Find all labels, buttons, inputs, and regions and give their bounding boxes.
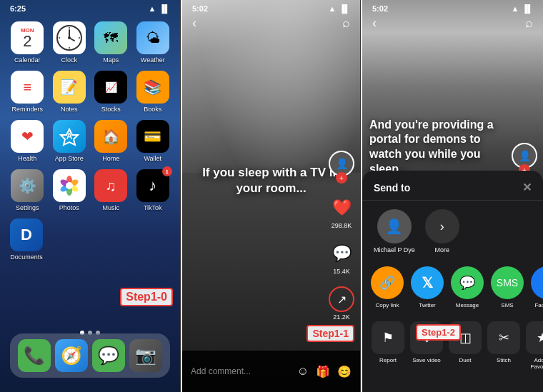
app-item-reminders[interactable]: ≡ Reminders <box>10 71 45 113</box>
send-to-more[interactable]: › More <box>424 209 461 253</box>
smiley-icon[interactable]: ☺ <box>297 365 309 378</box>
battery-icon: ▐▌ <box>159 4 170 13</box>
share-sms[interactable]: SMS SMS <box>491 266 524 308</box>
twitter-label: Twitter <box>419 302 436 308</box>
follow-badge[interactable]: + <box>336 172 347 184</box>
appstore-icon[interactable]: A <box>53 120 86 153</box>
calendar-icon[interactable]: MON 2 <box>11 21 44 54</box>
app-item-calendar[interactable]: MON 2 Calendar <box>10 21 45 64</box>
share-btn[interactable]: ↗ 21.2K <box>329 286 354 321</box>
share-facebook[interactable]: f Facebook <box>531 266 543 308</box>
home-label: Home <box>102 155 119 162</box>
p2-time: 5:02 <box>192 4 208 13</box>
twitter-icon[interactable]: 𝕏 <box>411 266 444 299</box>
p3-wifi-icon: ▲ <box>512 4 519 13</box>
report-icon[interactable]: ⚑ <box>372 321 404 354</box>
app-item-stocks[interactable]: 📈 Stocks <box>94 71 129 113</box>
stocks-icon[interactable]: 📈 <box>94 71 127 104</box>
app-item-photos[interactable]: Photos <box>52 169 87 211</box>
photos-icon[interactable] <box>53 169 86 202</box>
action-report[interactable]: ⚑ Report <box>371 321 405 370</box>
favorites-icon[interactable]: ★ <box>526 321 543 354</box>
appstore-label: App Store <box>55 155 84 162</box>
emoji-icon[interactable]: 😊 <box>337 365 352 378</box>
step-label-0: Step1-0 <box>120 288 173 306</box>
p3-battery-icon: ▐▌ <box>522 4 533 13</box>
p2-status-icons: ▲ ▐▌ <box>329 4 350 13</box>
notes-label: Notes <box>61 106 78 113</box>
like-count: 298.8K <box>332 222 352 229</box>
notes-icon[interactable]: 📝 <box>53 71 86 104</box>
share-sheet-header: Send to ✕ <box>362 171 543 201</box>
share-count: 21.2K <box>333 313 350 321</box>
app-item-home[interactable]: 🏠 Home <box>94 120 129 162</box>
music-icon[interactable]: ♫ <box>94 169 127 202</box>
p3-search-icon[interactable]: ⌕ <box>525 16 533 31</box>
app-item-health[interactable]: ❤ Health <box>10 120 45 162</box>
copylink-icon[interactable]: 🔗 <box>371 266 404 299</box>
app-item-books[interactable]: 📚 Books <box>136 71 171 113</box>
weather-icon[interactable]: 🌤 <box>136 21 169 54</box>
app-item-appstore[interactable]: A App Store <box>52 120 87 162</box>
p3-time: 5:02 <box>372 4 388 13</box>
avatar-btn[interactable]: 👤 + <box>329 151 354 184</box>
comment-btn[interactable]: 💬 15.4K <box>329 241 354 275</box>
dock-phone-icon[interactable]: 📞 <box>18 339 51 372</box>
p3-video-caption: And you're providing a portal for demons… <box>369 118 500 177</box>
p3-back-icon[interactable]: ‹ <box>372 16 377 31</box>
dock-camera-icon[interactable]: 📷 <box>129 339 162 372</box>
dock-messages-icon[interactable]: 💬 <box>92 339 125 372</box>
app-item-settings[interactable]: ⚙️ Settings <box>10 169 45 211</box>
app-item-documents[interactable]: D Documents <box>10 218 43 261</box>
books-label: Books <box>144 106 161 113</box>
tiktok-label: TikTok <box>144 204 162 211</box>
clock-label: Clock <box>61 56 77 64</box>
svg-point-3 <box>68 36 71 39</box>
settings-icon[interactable]: ⚙️ <box>11 169 44 202</box>
reminders-icon[interactable]: ≡ <box>11 71 44 104</box>
comment-icon: 💬 <box>329 241 354 266</box>
search-icon[interactable]: ⌕ <box>342 16 350 31</box>
tiktok-icon[interactable]: ♪ 1 <box>136 169 169 202</box>
share-copylink[interactable]: 🔗 Copy link <box>371 266 404 308</box>
back-icon[interactable]: ‹ <box>192 16 196 31</box>
share-sheet-close[interactable]: ✕ <box>522 181 532 194</box>
status-icons: ▲ ▐▌ <box>149 4 170 13</box>
app-item-notes[interactable]: 📝 Notes <box>52 71 87 113</box>
p2-wifi-icon: ▲ <box>329 4 337 13</box>
more-icon[interactable]: › <box>425 209 459 243</box>
maps-icon[interactable]: 🗺 <box>94 21 127 54</box>
wallet-icon[interactable]: 💳 <box>136 120 169 153</box>
action-favorites[interactable]: ★ Add to Favorites <box>525 321 543 370</box>
facebook-icon[interactable]: f <box>531 266 543 299</box>
action-stitch[interactable]: ✂ Stitch <box>487 321 521 370</box>
like-btn[interactable]: ❤️ 298.8K <box>329 195 354 229</box>
sms-icon[interactable]: SMS <box>491 266 524 299</box>
svg-point-15 <box>66 182 73 189</box>
app-item-music[interactable]: ♫ Music <box>94 169 129 211</box>
health-icon[interactable]: ❤ <box>11 120 44 153</box>
person-avatar: 👤 <box>377 209 412 243</box>
app-item-clock[interactable]: Clock <box>52 21 87 64</box>
share-message[interactable]: 💬 Message <box>451 266 484 308</box>
app-item-wallet[interactable]: 💳 Wallet <box>136 120 171 162</box>
panel3-share-sheet: 5:02 ▲ ▐▌ ‹ ⌕ And you're providing a por… <box>362 0 543 392</box>
app-item-weather[interactable]: 🌤 Weather <box>136 21 171 64</box>
books-icon[interactable]: 📚 <box>136 71 169 104</box>
documents-icon[interactable]: D <box>10 218 43 251</box>
panel3-nav: ‹ ⌕ <box>362 16 543 31</box>
share-twitter[interactable]: 𝕏 Twitter <box>411 266 444 308</box>
comment-input-placeholder[interactable]: Add comment... <box>191 366 292 376</box>
app-item-maps[interactable]: 🗺 Maps <box>94 21 129 64</box>
reminders-label: Reminders <box>11 106 43 113</box>
stitch-icon[interactable]: ✂ <box>487 321 520 354</box>
send-to-person[interactable]: 👤 Michael P Dye <box>374 209 415 253</box>
clock-icon[interactable] <box>53 21 86 54</box>
panel2-tiktok-video: 5:02 ▲ ▐▌ ‹ ⌕ If you sleep with a TV in … <box>182 0 361 392</box>
gift-icon[interactable]: 🎁 <box>316 365 330 378</box>
message-icon[interactable]: 💬 <box>451 266 484 299</box>
app-item-tiktok[interactable]: ♪ 1 TikTok <box>136 169 171 211</box>
copylink-label: Copy link <box>376 302 399 308</box>
home-icon[interactable]: 🏠 <box>94 120 127 153</box>
dock-safari-icon[interactable]: 🧭 <box>55 339 88 372</box>
